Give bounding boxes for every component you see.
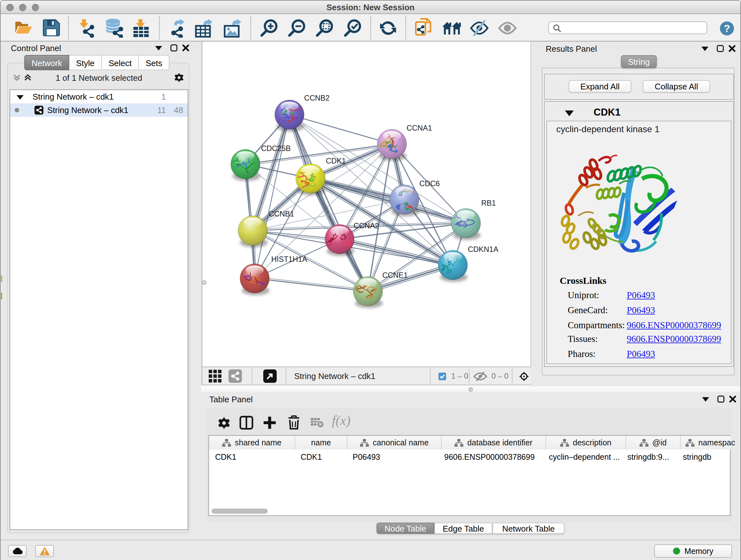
- svg-text:CCNB1: CCNB1: [269, 210, 294, 218]
- svg-text:CCNA2: CCNA2: [354, 222, 379, 230]
- svg-text:CCNA1: CCNA1: [407, 124, 432, 132]
- svg-text:?: ?: [724, 23, 730, 34]
- svg-text:CDK1: CDK1: [326, 157, 346, 165]
- svg-text:CDKN1A: CDKN1A: [468, 245, 498, 253]
- svg-text:CCNE1: CCNE1: [382, 271, 408, 279]
- svg-text:CDC25B: CDC25B: [261, 144, 291, 152]
- svg-text:RB1: RB1: [481, 199, 496, 207]
- svg-text:CCNB2: CCNB2: [304, 94, 330, 102]
- svg-text:CDC6: CDC6: [419, 179, 440, 188]
- svg-text:HIST1H1A: HIST1H1A: [271, 255, 307, 263]
